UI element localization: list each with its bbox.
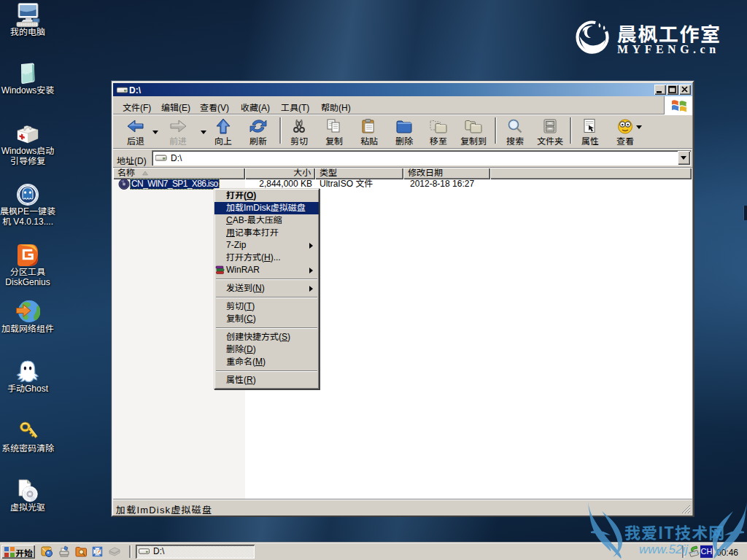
svg-text:我爱IT技术网: 我爱IT技术网 [624,520,725,543]
